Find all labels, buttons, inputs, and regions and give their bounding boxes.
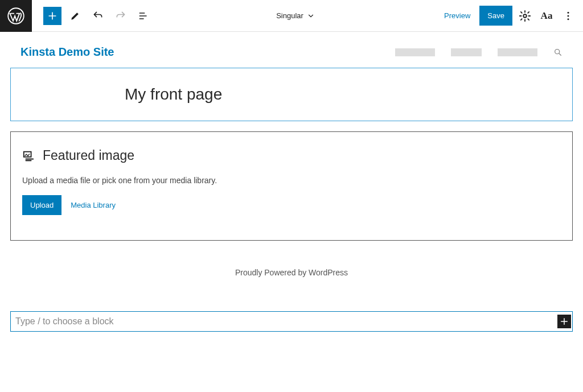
- featured-block-description: Upload a media file or pick one from you…: [22, 176, 561, 185]
- nav-item-placeholder[interactable]: [451, 48, 482, 56]
- more-vertical-icon: [563, 10, 574, 22]
- post-title-text: My front page: [125, 85, 458, 104]
- editor-content: My front page Featured image Upload a me…: [0, 68, 583, 241]
- preview-button[interactable]: Preview: [438, 7, 476, 24]
- more-options-button[interactable]: [559, 7, 577, 25]
- pencil-icon: [69, 10, 81, 22]
- svg-point-5: [555, 49, 560, 53]
- save-button[interactable]: Save: [479, 6, 512, 26]
- undo-icon: [92, 10, 104, 22]
- site-title[interactable]: Kinsta Demo Site: [20, 46, 114, 59]
- search-button[interactable]: [553, 48, 563, 57]
- editor-toolbar: Singular Preview Save Aa: [0, 0, 583, 32]
- block-inserter-add-button[interactable]: [557, 315, 571, 328]
- settings-button[interactable]: [516, 7, 534, 25]
- typography-icon: Aa: [541, 10, 553, 22]
- toolbar-left-group: [32, 7, 153, 25]
- styles-button[interactable]: Aa: [537, 7, 556, 25]
- featured-block-header: Featured image: [22, 148, 561, 163]
- list-view-icon: [138, 10, 149, 22]
- chevron-down-icon: [307, 12, 315, 20]
- wordpress-icon: [7, 7, 24, 24]
- list-view-button[interactable]: [134, 7, 153, 25]
- redo-icon: [115, 10, 126, 22]
- upload-button[interactable]: Upload: [22, 195, 61, 215]
- nav-menu: [395, 48, 563, 57]
- site-header: Kinsta Demo Site: [0, 32, 583, 68]
- redo-button[interactable]: [112, 7, 130, 25]
- edit-button[interactable]: [66, 7, 84, 25]
- featured-image-icon: [22, 150, 35, 162]
- plus-icon: [559, 316, 569, 327]
- search-icon: [553, 48, 563, 57]
- toolbar-right-group: Preview Save Aa: [438, 6, 583, 26]
- svg-point-3: [568, 15, 569, 16]
- footer-credit: Proudly Powered by WordPress: [0, 268, 583, 277]
- template-selector[interactable]: Singular: [153, 11, 438, 20]
- gear-icon: [519, 10, 531, 22]
- media-library-link[interactable]: Media Library: [71, 201, 116, 209]
- nav-item-placeholder[interactable]: [395, 48, 435, 56]
- block-inserter[interactable]: [10, 311, 573, 332]
- svg-point-1: [523, 14, 527, 18]
- wordpress-logo[interactable]: [0, 0, 32, 32]
- post-title-block[interactable]: My front page: [10, 68, 573, 121]
- template-label: Singular: [276, 11, 303, 20]
- featured-block-title: Featured image: [43, 148, 134, 163]
- nav-item-placeholder[interactable]: [498, 48, 537, 56]
- svg-point-4: [568, 18, 569, 20]
- block-inserter-input[interactable]: [13, 313, 557, 330]
- add-block-button[interactable]: [43, 7, 61, 25]
- svg-rect-6: [24, 151, 31, 156]
- featured-image-block[interactable]: Featured image Upload a media file or pi…: [10, 131, 573, 241]
- svg-point-2: [568, 11, 569, 13]
- plus-icon: [47, 10, 58, 22]
- undo-button[interactable]: [89, 7, 107, 25]
- featured-block-actions: Upload Media Library: [22, 195, 561, 215]
